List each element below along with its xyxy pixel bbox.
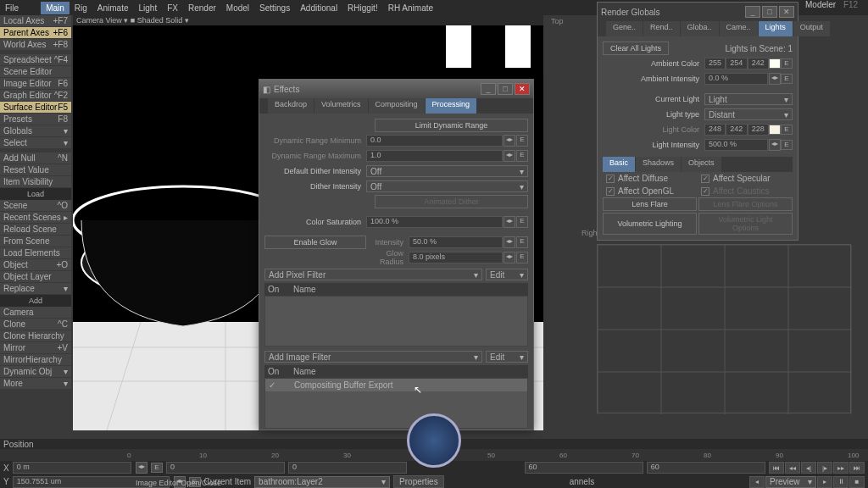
image-filter-edit[interactable]: Edit▾ [486, 351, 528, 363]
next-key-button[interactable]: ▸▸ [833, 462, 849, 474]
e-btn[interactable]: E [516, 135, 528, 147]
pixel-filter-edit[interactable]: Edit▾ [486, 269, 528, 280]
minimize-button[interactable]: _ [481, 83, 496, 95]
check-opengl[interactable]: ✓ [606, 187, 615, 196]
tab-camera[interactable]: Came.. [720, 21, 758, 36]
frame-0b[interactable]: 0 [288, 462, 407, 474]
play-rev-button[interactable]: ◂ [749, 476, 765, 488]
parent-axes[interactable]: Parent Axes+F6 [0, 27, 71, 38]
file-menu[interactable]: File [0, 2, 24, 14]
glow-radius-input[interactable]: 8.0 pixels [409, 252, 503, 263]
add-camera[interactable]: Camera [0, 307, 71, 318]
e-btn[interactable]: E [781, 125, 793, 135]
add-pixel-filter[interactable]: Add Pixel Filter▾ [264, 269, 482, 280]
effects-titlebar[interactable]: ◧Effects _ □ ✕ [259, 80, 533, 98]
default-dither-dropdown[interactable]: Off▾ [366, 165, 528, 177]
tab-settings[interactable]: Settings [254, 2, 295, 14]
world-axes[interactable]: World Axes+F8 [0, 39, 71, 50]
image-editor[interactable]: Image EditorF6 [0, 78, 71, 89]
tab-light[interactable]: Light [134, 2, 163, 14]
dyn-min-input[interactable]: 0.0 [366, 135, 503, 147]
check-diffuse[interactable]: ✓ [606, 175, 615, 183]
animated-dither[interactable]: Animated Dither [375, 195, 528, 208]
dyn-max-input[interactable]: 1.0 [366, 150, 503, 162]
spinner-icon[interactable]: ◂▸ [504, 216, 515, 228]
select[interactable]: Select▾ [0, 137, 71, 148]
frame-60b[interactable]: 60 [647, 462, 765, 474]
presets[interactable]: PresetsF8 [0, 114, 71, 125]
tab-processing[interactable]: Processing [426, 98, 477, 114]
e-btn[interactable]: E [781, 140, 793, 150]
tab-render[interactable]: Render [183, 2, 221, 14]
light-swatch[interactable] [769, 125, 781, 135]
clear-all-lights[interactable]: Clear All Lights [603, 42, 669, 55]
play-button[interactable]: ▸ [817, 476, 832, 488]
frame-60[interactable]: 60 [525, 462, 643, 474]
light-b[interactable]: 228 [748, 124, 769, 136]
spinner-icon[interactable]: ◂▸ [504, 252, 515, 263]
more[interactable]: More▾ [0, 378, 71, 389]
close-button[interactable]: ✕ [779, 6, 794, 18]
current-item-dropdown[interactable]: bathroom:Layer2▾ [254, 476, 390, 488]
tab-animate[interactable]: Animate [92, 2, 134, 14]
dynamic-obj[interactable]: Dynamic Obj▾ [0, 366, 71, 377]
ambient-b[interactable]: 242 [748, 58, 769, 69]
load-object[interactable]: Object+O [0, 259, 71, 270]
add-image-filter[interactable]: Add Image Filter▾ [264, 351, 482, 363]
tab-compositing[interactable]: Compositing [369, 98, 425, 114]
object-layer[interactable]: Object Layer [0, 271, 71, 282]
e-btn[interactable]: E [516, 236, 528, 248]
spinner-icon[interactable]: ◂▸ [504, 150, 515, 162]
tab-fx[interactable]: FX [162, 2, 183, 14]
from-scene[interactable]: From Scene [0, 236, 71, 247]
vol-light-options[interactable]: Volumetric Light Options [698, 213, 793, 235]
maximize-button[interactable]: □ [762, 6, 777, 18]
filter-item[interactable]: Compositing Buffer Export [294, 380, 393, 390]
next-frame-button[interactable]: |▸ [817, 462, 832, 474]
properties-button[interactable]: Properties [393, 475, 444, 488]
e-btn[interactable]: E [516, 150, 528, 162]
stop-button[interactable]: ■ [849, 476, 865, 488]
mirror[interactable]: Mirror+V [0, 342, 71, 353]
maximize-button[interactable]: □ [498, 83, 513, 95]
tab-general[interactable]: Gene.. [606, 21, 643, 36]
spinner-icon[interactable]: ◂▸ [769, 139, 781, 151]
tab-render[interactable]: Rend.. [643, 21, 680, 36]
ambient-r[interactable]: 255 [704, 58, 726, 69]
enable-glow[interactable]: Enable Glow [264, 236, 366, 249]
light-type-dropdown[interactable]: Distant▾ [704, 108, 793, 120]
volumetric-lighting[interactable]: Volumetric Lighting [603, 213, 697, 235]
spinner-icon[interactable]: ◂▸ [504, 236, 515, 248]
subtab-objects[interactable]: Objects [682, 157, 721, 172]
item-visibility[interactable]: Item Visibility [0, 176, 71, 187]
load-scene[interactable]: Scene^O [0, 200, 71, 211]
tab-volumetrics[interactable]: Volumetrics [314, 98, 368, 114]
preview-dropdown[interactable]: Preview▾ [765, 476, 816, 488]
viewport-header[interactable]: Camera View ▾ ■ Shaded Solid ▾ [73, 15, 543, 25]
e-btn[interactable]: E [516, 252, 528, 263]
check-icon[interactable]: ✓ [269, 380, 294, 390]
modeler-button[interactable]: Modeler [800, 0, 841, 11]
recent-scenes[interactable]: Recent Scenes▸ [0, 212, 71, 223]
pause-button[interactable]: ⏸ [833, 476, 849, 488]
close-button[interactable]: ✕ [515, 83, 530, 95]
clone-hierarchy[interactable]: Clone Hierarchy [0, 330, 71, 341]
tab-backdrop[interactable]: Backdrop [268, 98, 314, 114]
globals[interactable]: Globals▾ [0, 125, 71, 136]
spreadsheet[interactable]: Spreadsheet^F4 [0, 54, 71, 65]
lens-flare[interactable]: Lens Flare [603, 197, 697, 211]
light-intensity-input[interactable]: 500.0 % [704, 139, 768, 151]
reload-scene[interactable]: Reload Scene [0, 224, 71, 235]
ambient-g[interactable]: 254 [726, 58, 747, 69]
check-specular[interactable]: ✓ [701, 175, 709, 183]
tab-rig[interactable]: Rig [70, 2, 92, 14]
pixel-filter-list[interactable] [264, 296, 528, 347]
color-sat-input[interactable]: 100.0 % [366, 216, 503, 228]
e-btn[interactable]: E [516, 216, 528, 228]
graph-editor[interactable]: Graph Editor^F2 [0, 90, 71, 101]
subtab-basic[interactable]: Basic [603, 157, 635, 172]
e-btn[interactable]: E [151, 463, 163, 473]
ambient-intensity-input[interactable]: 0.0 % [704, 73, 768, 85]
tab-output[interactable]: Output [793, 21, 830, 36]
minimize-button[interactable]: _ [745, 6, 760, 18]
